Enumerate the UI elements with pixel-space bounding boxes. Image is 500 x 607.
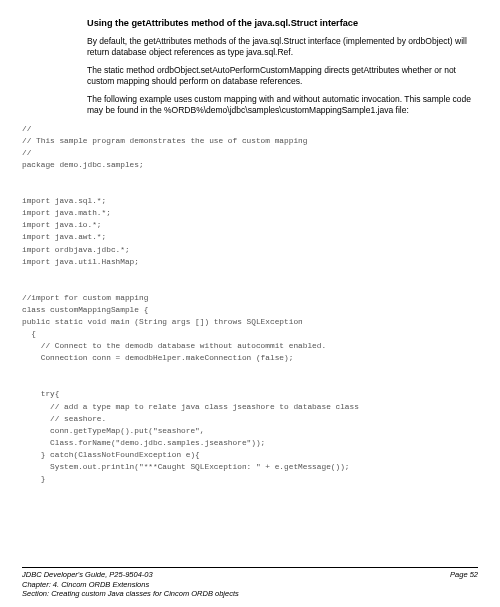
footer-doc-id: JDBC Developer's Guide, P25-9504-03 [22, 570, 153, 580]
page-footer: JDBC Developer's Guide, P25-9504-03 Page… [22, 567, 478, 599]
footer-section: Section: Creating custom Java classes fo… [22, 589, 478, 599]
code-block: // // This sample program demonstrates t… [22, 123, 478, 485]
paragraph-2: The static method ordbObject.setAutoPerf… [87, 65, 478, 88]
footer-page-number: Page 52 [450, 570, 478, 580]
footer-chapter: Chapter: 4. Cincom ORDB Extensions [22, 580, 478, 590]
paragraph-3: The following example uses custom mappin… [87, 94, 478, 117]
paragraph-1: By default, the getAttributes methods of… [87, 36, 478, 59]
section-heading: Using the getAttributes method of the ja… [87, 18, 478, 30]
